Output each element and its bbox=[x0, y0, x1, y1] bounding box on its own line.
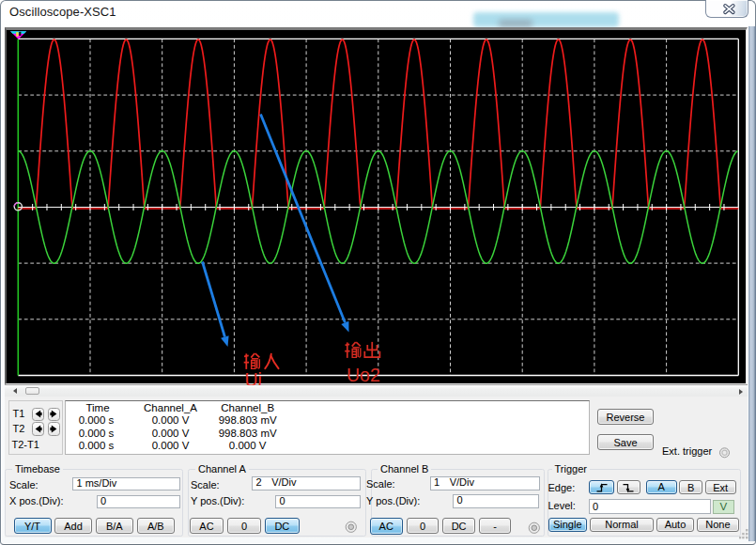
svg-text:Ui: Ui bbox=[245, 369, 262, 385]
svg-text:Uo2: Uo2 bbox=[347, 365, 380, 385]
